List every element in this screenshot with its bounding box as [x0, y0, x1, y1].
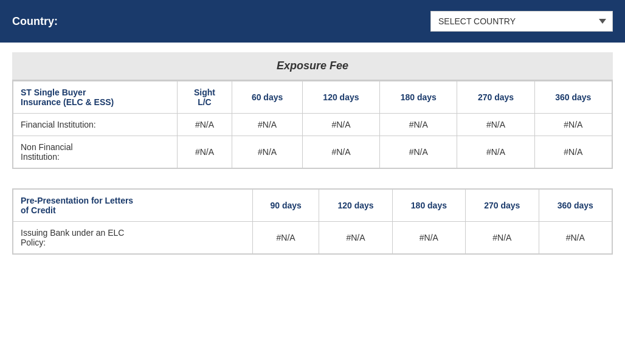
table1: ST Single BuyerInsurance (ELC & ESS) Sig…: [13, 81, 612, 168]
table1-col-sight-lc: SightL/C: [177, 81, 232, 114]
ib-120days: #N/A: [319, 222, 392, 254]
table1-col-180days: 180 days: [380, 81, 457, 114]
fi-sight-lc: #N/A: [177, 114, 232, 136]
table1-col-120days: 120 days: [302, 81, 379, 114]
nfi-sight-lc: #N/A: [177, 136, 232, 168]
table2-col-360days: 360 days: [539, 190, 612, 222]
table2-col-90days: 90 days: [253, 190, 319, 222]
section-gap: [12, 179, 613, 188]
table-row: Financial Institution: #N/A #N/A #N/A #N…: [13, 114, 612, 136]
ib-360days: #N/A: [539, 222, 612, 254]
table-row: Issuing Bank under an ELCPolicy: #N/A #N…: [13, 222, 612, 254]
ib-180days: #N/A: [392, 222, 465, 254]
fi-180days: #N/A: [380, 114, 457, 136]
header-bar: Country: SELECT COUNTRY: [0, 0, 625, 43]
nfi-180days: #N/A: [380, 136, 457, 168]
exposure-fee-section: Exposure Fee ST Single BuyerInsurance (E…: [12, 52, 613, 169]
fi-60days: #N/A: [232, 114, 303, 136]
ib-90days: #N/A: [253, 222, 319, 254]
country-label: Country:: [12, 15, 58, 28]
table2-wrapper: Pre-Presentation for Lettersof Credit 90…: [12, 188, 613, 255]
table1-col-360days: 360 days: [534, 81, 612, 114]
row-financial-institution-label: Financial Institution:: [13, 114, 178, 136]
table2-col-120days: 120 days: [319, 190, 392, 222]
fi-360days: #N/A: [534, 114, 612, 136]
ib-270days: #N/A: [466, 222, 539, 254]
pre-presentation-section: Pre-Presentation for Lettersof Credit 90…: [12, 188, 613, 255]
table2-main-header: Pre-Presentation for Lettersof Credit: [13, 190, 253, 222]
nfi-60days: #N/A: [232, 136, 303, 168]
row-non-financial-institution-label: Non FinancialInstitution:: [13, 136, 178, 168]
nfi-270days: #N/A: [457, 136, 534, 168]
table2: Pre-Presentation for Lettersof Credit 90…: [13, 189, 612, 254]
table1-col-270days: 270 days: [457, 81, 534, 114]
exposure-fee-title: Exposure Fee: [12, 52, 613, 80]
fi-120days: #N/A: [302, 114, 379, 136]
fi-270days: #N/A: [457, 114, 534, 136]
nfi-360days: #N/A: [534, 136, 612, 168]
nfi-120days: #N/A: [302, 136, 379, 168]
table2-col-270days: 270 days: [466, 190, 539, 222]
table1-wrapper: ST Single BuyerInsurance (ELC & ESS) Sig…: [12, 80, 613, 169]
table-row: Non FinancialInstitution: #N/A #N/A #N/A…: [13, 136, 612, 168]
row-issuing-bank-label: Issuing Bank under an ELCPolicy:: [13, 222, 253, 254]
table1-col-60days: 60 days: [232, 81, 303, 114]
main-content: Exposure Fee ST Single BuyerInsurance (E…: [0, 43, 625, 274]
table2-col-180days: 180 days: [392, 190, 465, 222]
country-select[interactable]: SELECT COUNTRY: [430, 11, 613, 32]
table1-main-header: ST Single BuyerInsurance (ELC & ESS): [13, 81, 178, 114]
